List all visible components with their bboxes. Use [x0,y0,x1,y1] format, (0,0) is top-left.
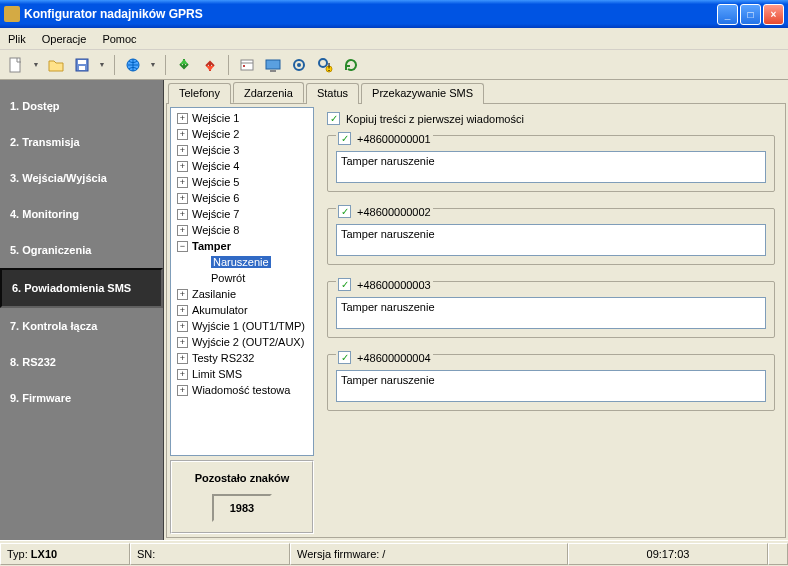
save-file-icon[interactable] [72,55,92,75]
close-button[interactable]: × [763,4,784,25]
nav-item-3[interactable]: 4. Monitoring [0,196,163,232]
gear-warning-icon[interactable]: ! [315,55,335,75]
svg-text:!: ! [327,61,330,73]
tab-przekazywanie sms[interactable]: Przekazywanie SMS [361,83,484,104]
new-dropdown[interactable]: ▼ [32,55,40,75]
tree-expander-icon[interactable]: + [177,369,188,380]
tree-expander-icon[interactable]: + [177,321,188,332]
settings-gear-icon[interactable] [289,55,309,75]
refresh-icon[interactable] [341,55,361,75]
monitor-icon[interactable] [263,55,283,75]
tree-node[interactable]: +Testy RS232 [173,350,311,366]
tree-expander-icon[interactable]: + [177,129,188,140]
sms-text-input[interactable]: Tamper naruszenie [336,151,766,183]
svg-rect-7 [266,60,280,69]
menu-file[interactable]: Plik [8,33,26,45]
menubar: Plik Operacje Pomoc [0,28,788,50]
tree-node[interactable]: +Wejście 1 [173,110,311,126]
menu-help[interactable]: Pomoc [102,33,136,45]
tree-node[interactable]: +Wejście 7 [173,206,311,222]
tab-zdarzenia[interactable]: Zdarzenia [233,82,304,103]
tree-expander-icon[interactable]: + [177,145,188,156]
svg-rect-2 [78,60,86,64]
tree-node[interactable]: +Wyjście 2 (OUT2/AUX) [173,334,311,350]
tree-expander-icon[interactable]: + [177,209,188,220]
toolbar-separator [114,55,115,75]
status-bar: Typ: LX10 SN: Wersja firmware: / 09:17:0… [0,540,788,566]
open-file-icon[interactable] [46,55,66,75]
sms-text-input[interactable]: Tamper naruszenie [336,297,766,329]
phone-enable-checkbox[interactable]: ✓ [338,351,351,364]
tree-expander-icon[interactable]: + [177,385,188,396]
globe-icon[interactable] [123,55,143,75]
download-icon[interactable] [174,55,194,75]
tree-expander-icon[interactable]: + [177,289,188,300]
tree-node[interactable]: +Wejście 2 [173,126,311,142]
tree-node[interactable]: +Limit SMS [173,366,311,382]
tree-node[interactable]: +Wiadomość testowa [173,382,311,398]
phone-enable-checkbox[interactable]: ✓ [338,278,351,291]
tab-status[interactable]: Status [306,83,359,104]
tree-node[interactable]: +Wejście 8 [173,222,311,238]
tree-expander-icon[interactable]: + [177,225,188,236]
nav-item-7[interactable]: 8. RS232 [0,344,163,380]
new-file-icon[interactable] [6,55,26,75]
toolbar-separator [228,55,229,75]
sms-text-input[interactable]: Tamper naruszenie [336,370,766,402]
nav-item-1[interactable]: 2. Transmisja [0,124,163,160]
upload-icon[interactable] [200,55,220,75]
tree-expander-icon[interactable]: + [177,113,188,124]
phone-enable-checkbox[interactable]: ✓ [338,132,351,145]
window-buttons: _ □ × [717,4,784,25]
phone-number-label: +48600000004 [357,352,431,364]
content-area: TelefonyZdarzeniaStatusPrzekazywanie SMS… [164,80,788,540]
nav-item-0[interactable]: 1. Dostęp [0,88,163,124]
tree-expander-icon[interactable]: + [177,193,188,204]
tree-node[interactable]: +Wejście 6 [173,190,311,206]
tree-expander-icon[interactable]: − [177,241,188,252]
phone-enable-checkbox[interactable]: ✓ [338,205,351,218]
maximize-button[interactable]: □ [740,4,761,25]
tree-node[interactable]: +Akumulator [173,302,311,318]
status-time: 09:17:03 [568,543,768,565]
menu-operations[interactable]: Operacje [42,33,87,45]
tree-expander-icon[interactable]: + [177,161,188,172]
event-tree[interactable]: +Wejście 1+Wejście 2+Wejście 3+Wejście 4… [170,107,314,456]
tree-expander-icon[interactable]: + [177,177,188,188]
nav-item-4[interactable]: 5. Ograniczenia [0,232,163,268]
phone-number-label: +48600000003 [357,279,431,291]
tree-node[interactable]: +Wejście 5 [173,174,311,190]
main-area: 1. Dostęp2. Transmisja3. Wejścia/Wyjścia… [0,80,788,540]
status-sn: SN: [130,543,290,565]
tree-node[interactable]: Powrót [173,270,311,286]
nav-item-2[interactable]: 3. Wejścia/Wyjścia [0,160,163,196]
phone-group-0: ✓+48600000001Tamper naruszenie [327,135,775,192]
side-navigation: 1. Dostęp2. Transmisja3. Wejścia/Wyjścia… [0,80,164,540]
nav-item-6[interactable]: 7. Kontrola łącza [0,308,163,344]
minimize-button[interactable]: _ [717,4,738,25]
nav-item-5[interactable]: 6. Powiadomienia SMS [0,268,163,308]
tree-node[interactable]: Naruszenie [173,254,311,270]
tree-expander-icon[interactable]: + [177,337,188,348]
svg-rect-3 [79,66,85,70]
history-icon[interactable] [237,55,257,75]
save-dropdown[interactable]: ▼ [98,55,106,75]
tree-node[interactable]: +Zasilanie [173,286,311,302]
tree-node[interactable]: −Tamper [173,238,311,254]
status-firmware: Wersja firmware: / [290,543,568,565]
tree-node[interactable]: +Wejście 3 [173,142,311,158]
tree-expander-icon[interactable]: + [177,305,188,316]
nav-item-8[interactable]: 9. Firmware [0,380,163,416]
toolbar-separator [165,55,166,75]
app-icon [4,6,20,22]
messages-pane: ✓ Kopiuj treści z pierwszej wiadomości ✓… [317,104,785,537]
tree-expander-icon[interactable]: + [177,353,188,364]
copy-contents-checkbox[interactable]: ✓ [327,112,340,125]
sms-text-input[interactable]: Tamper naruszenie [336,224,766,256]
tab-telefony[interactable]: Telefony [168,83,231,104]
tree-node[interactable]: +Wejście 4 [173,158,311,174]
tree-node[interactable]: +Wyjście 1 (OUT1/TMP) [173,318,311,334]
toolbar: ▼ ▼ ▼ ! [0,50,788,80]
globe-dropdown[interactable]: ▼ [149,55,157,75]
copy-contents-label: Kopiuj treści z pierwszej wiadomości [346,113,524,125]
